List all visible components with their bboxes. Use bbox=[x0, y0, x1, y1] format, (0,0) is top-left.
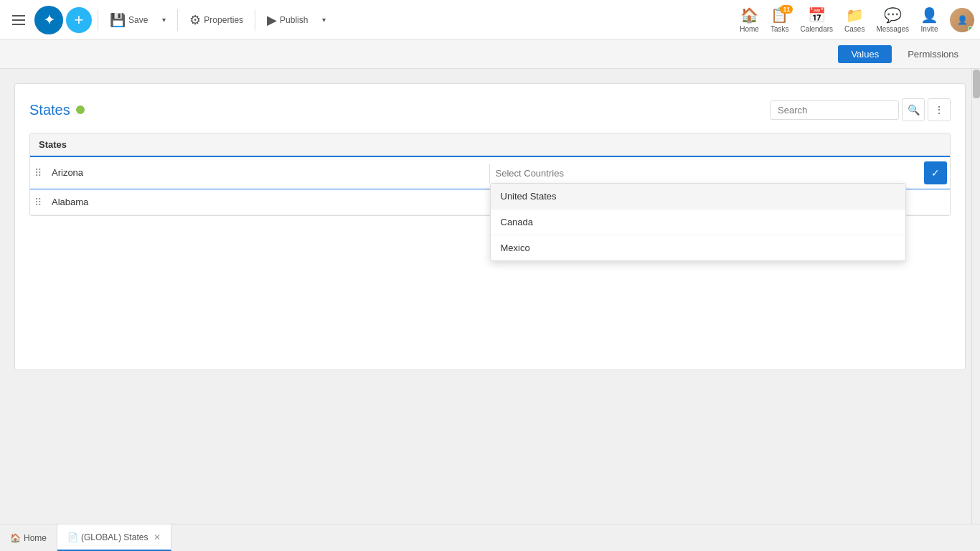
drag-handle[interactable]: ⠿ bbox=[30, 167, 46, 179]
nav-home[interactable]: 🏠 Home bbox=[740, 6, 759, 33]
chevron-down-icon: ▾ bbox=[162, 16, 166, 24]
home-tab-label: Home bbox=[24, 533, 47, 543]
save-icon: 💾 bbox=[110, 12, 126, 28]
nav-invite[interactable]: 👤 Invite bbox=[920, 6, 938, 33]
more-icon: ⋮ bbox=[934, 104, 944, 116]
dropdown-arrow-save[interactable]: ▾ bbox=[156, 13, 171, 27]
states-header: States 🔍 ⋮ bbox=[29, 98, 951, 121]
states-table: States ⠿ United States Canada Mexico bbox=[29, 133, 951, 216]
toolbar-divider bbox=[98, 9, 98, 31]
search-input[interactable] bbox=[770, 100, 899, 120]
bottom-tabbar: 🏠 Home 📄 (GLOBAL) States ✕ bbox=[0, 524, 980, 551]
toolbar-divider2 bbox=[177, 9, 178, 31]
toolbar-right: 🏠 Home 📋 11 Tasks 📅 Calendars 📁 Cases 💬 … bbox=[740, 6, 974, 33]
tab-home[interactable]: 🏠 Home bbox=[0, 524, 57, 551]
status-dot bbox=[76, 105, 85, 114]
toolbar-left: ✦ + 💾 Save ▾ ⚙ Properties ▶ Publish ▾ bbox=[6, 6, 331, 34]
dropdown-arrow-publish[interactable]: ▾ bbox=[316, 13, 331, 27]
global-states-label: (GLOBAL) States bbox=[81, 532, 148, 542]
properties-label: Properties bbox=[204, 15, 243, 25]
user-avatar[interactable]: 👤 bbox=[950, 8, 974, 32]
save-button[interactable]: 💾 Save bbox=[104, 9, 154, 31]
messages-icon: 💬 bbox=[884, 6, 902, 24]
content-panel: States 🔍 ⋮ States bbox=[0, 69, 980, 524]
table-header: States bbox=[30, 133, 950, 157]
permissions-tab[interactable]: Permissions bbox=[895, 45, 971, 63]
state-name-input[interactable] bbox=[46, 163, 489, 183]
calendars-icon: 📅 bbox=[808, 6, 826, 24]
country-select-input[interactable] bbox=[490, 164, 922, 183]
svg-rect-0 bbox=[12, 15, 25, 17]
country-dropdown-container: United States Canada Mexico bbox=[489, 164, 922, 183]
page-tab-icon: 📄 bbox=[67, 532, 78, 542]
scrollbar-thumb[interactable] bbox=[973, 70, 980, 98]
confirm-button[interactable]: ✓ bbox=[924, 161, 947, 184]
publish-button[interactable]: ▶ Publish bbox=[261, 9, 314, 31]
chevron-down-icon2: ▾ bbox=[322, 16, 326, 24]
publish-icon: ▶ bbox=[267, 12, 277, 28]
hamburger-button[interactable] bbox=[6, 7, 32, 33]
save-label: Save bbox=[128, 15, 148, 25]
page-title: States bbox=[29, 102, 70, 118]
tab-global-states[interactable]: 📄 (GLOBAL) States ✕ bbox=[57, 524, 171, 551]
close-tab-button[interactable]: ✕ bbox=[154, 532, 161, 542]
dropdown-item-us[interactable]: United States bbox=[491, 184, 905, 209]
invite-icon: 👤 bbox=[920, 6, 938, 24]
country-dropdown-list: United States Canada Mexico bbox=[490, 183, 906, 261]
svg-rect-2 bbox=[12, 24, 25, 25]
nav-cases[interactable]: 📁 Cases bbox=[844, 6, 864, 33]
search-icon: 🔍 bbox=[908, 104, 920, 116]
top-toolbar: ✦ + 💾 Save ▾ ⚙ Properties ▶ Publish ▾ 🏠 … bbox=[0, 0, 980, 40]
cases-icon: 📁 bbox=[846, 6, 864, 24]
properties-button[interactable]: ⚙ Properties bbox=[184, 9, 249, 31]
home-icon: 🏠 bbox=[740, 6, 758, 24]
edit-row: ⠿ United States Canada Mexico ✓ bbox=[30, 157, 950, 189]
nav-tasks[interactable]: 📋 11 Tasks bbox=[771, 6, 789, 33]
scrollbar-track[interactable] bbox=[971, 69, 980, 524]
toolbar-divider3 bbox=[255, 9, 255, 31]
more-options-button[interactable]: ⋮ bbox=[928, 98, 951, 121]
home-tab-icon: 🏠 bbox=[10, 533, 21, 543]
online-status-dot bbox=[968, 26, 974, 32]
logo-button[interactable]: ✦ bbox=[34, 6, 63, 34]
sub-toolbar: Values Permissions bbox=[0, 40, 980, 69]
state-name-alabama: Alabama bbox=[46, 194, 94, 210]
check-icon: ✓ bbox=[931, 167, 940, 179]
gear-icon: ⚙ bbox=[189, 12, 201, 28]
dropdown-item-canada[interactable]: Canada bbox=[491, 209, 905, 235]
drag-handle-alabama[interactable]: ⠿ bbox=[30, 197, 46, 208]
states-title-area: States bbox=[29, 102, 85, 118]
dropdown-item-mexico[interactable]: Mexico bbox=[491, 235, 905, 260]
states-card: States 🔍 ⋮ States bbox=[14, 83, 966, 370]
values-tab[interactable]: Values bbox=[838, 45, 892, 63]
main-area: States 🔍 ⋮ States bbox=[0, 69, 980, 524]
svg-rect-1 bbox=[12, 19, 25, 21]
add-button[interactable]: + bbox=[66, 7, 92, 33]
publish-label: Publish bbox=[280, 15, 308, 25]
nav-calendars[interactable]: 📅 Calendars bbox=[800, 6, 833, 33]
nav-messages[interactable]: 💬 Messages bbox=[876, 6, 909, 33]
search-area: 🔍 ⋮ bbox=[770, 98, 951, 121]
search-button[interactable]: 🔍 bbox=[902, 98, 925, 121]
logo-icon: ✦ bbox=[44, 12, 55, 28]
